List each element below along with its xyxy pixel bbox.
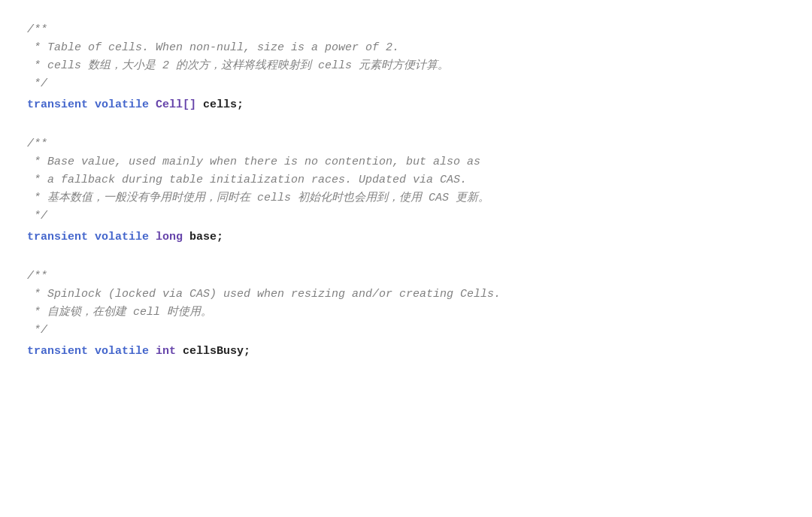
code-block-cellsbusy: /** * Spinlock (locked via CAS) used whe… bbox=[27, 268, 785, 361]
identifier-cellsbusy: cellsBusy; bbox=[183, 345, 250, 358]
code-block-cells: /** * Table of cells. When non-null, siz… bbox=[27, 21, 785, 114]
code-statement-cells: transient volatile Cell[] cells; bbox=[27, 96, 785, 114]
code-statement-base: transient volatile long base; bbox=[27, 228, 785, 246]
comment-open-2: /** bbox=[27, 135, 785, 153]
comment-line-3-1: * Spinlock (locked via CAS) used when re… bbox=[27, 286, 785, 304]
comment-open-3: /** bbox=[27, 268, 785, 286]
keyword-volatile-3: volatile bbox=[95, 345, 149, 358]
type-int: int bbox=[156, 345, 176, 358]
type-cell-array: Cell[] bbox=[156, 98, 196, 111]
keyword-transient-2: transient bbox=[27, 231, 88, 243]
code-statement-cellsbusy: transient volatile int cellsBusy; bbox=[27, 343, 785, 361]
comment-close-3: */ bbox=[27, 322, 785, 340]
comment-close-2: */ bbox=[27, 207, 785, 225]
identifier-cells: cells; bbox=[203, 98, 244, 111]
type-long: long bbox=[156, 231, 183, 243]
keyword-transient: transient bbox=[27, 98, 88, 111]
identifier-base: base; bbox=[189, 231, 223, 243]
comment-line-2-2: * a fallback during table initialization… bbox=[27, 171, 785, 189]
comment-line-1-1: * Table of cells. When non-null, size is… bbox=[27, 39, 785, 57]
comment-open-1: /** bbox=[27, 21, 785, 39]
comment-line-1-2: * cells 数组，大小是 2 的次方，这样将线程映射到 cells 元素时方… bbox=[27, 57, 785, 75]
code-block-base: /** * Base value, used mainly when there… bbox=[27, 135, 785, 246]
comment-close-1: */ bbox=[27, 75, 785, 93]
comment-line-2-1: * Base value, used mainly when there is … bbox=[27, 153, 785, 171]
comment-line-2-3: * 基本数值，一般没有争用时使用，同时在 cells 初始化时也会用到，使用 C… bbox=[27, 189, 785, 207]
keyword-transient-3: transient bbox=[27, 345, 88, 358]
keyword-volatile-2: volatile bbox=[95, 231, 149, 243]
comment-line-3-2: * 自旋锁，在创建 cell 时使用。 bbox=[27, 304, 785, 322]
keyword-volatile-1: volatile bbox=[95, 98, 149, 111]
code-viewer: /** * Table of cells. When non-null, siz… bbox=[27, 21, 785, 361]
